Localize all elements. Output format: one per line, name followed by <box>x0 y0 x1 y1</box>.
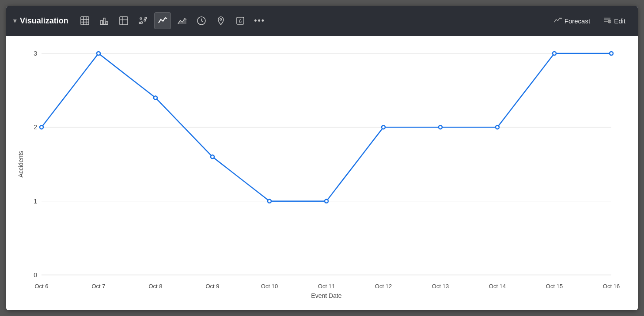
area-chart-icon[interactable] <box>174 12 190 29</box>
svg-text:6: 6 <box>239 19 242 24</box>
svg-point-57 <box>439 125 442 129</box>
svg-point-54 <box>268 199 271 203</box>
svg-text:3: 3 <box>34 50 37 57</box>
svg-text:Oct 15: Oct 15 <box>546 283 563 290</box>
toolbar: ▾ Visualization <box>6 6 638 36</box>
svg-text:Event Date: Event Date <box>311 292 341 299</box>
scatter-icon[interactable] <box>135 12 152 29</box>
svg-point-15 <box>145 17 147 19</box>
more-options-icon[interactable]: ••• <box>251 12 268 29</box>
svg-point-60 <box>610 52 613 55</box>
forecast-label: Forecast <box>564 17 590 25</box>
line-chart: 0123AccidentsOct 6Oct 7Oct 8Oct 9Oct 10O… <box>15 45 625 301</box>
svg-point-53 <box>211 155 214 158</box>
svg-rect-7 <box>106 22 108 25</box>
svg-text:1: 1 <box>34 198 37 205</box>
svg-text:Oct 14: Oct 14 <box>489 283 506 290</box>
svg-text:Oct 16: Oct 16 <box>603 283 620 290</box>
svg-text:2: 2 <box>34 124 37 131</box>
visualization-title: ▾ Visualization <box>13 16 68 26</box>
number-icon[interactable]: 6 <box>232 12 249 29</box>
clock-icon[interactable] <box>193 12 210 29</box>
svg-point-13 <box>144 19 146 21</box>
svg-text:Oct 11: Oct 11 <box>318 283 335 290</box>
edit-label: Edit <box>614 17 625 25</box>
svg-point-16 <box>139 22 141 24</box>
title-label: Visualization <box>20 16 68 26</box>
chart-container: 0123AccidentsOct 6Oct 7Oct 8Oct 9Oct 10O… <box>15 45 625 301</box>
location-icon[interactable] <box>212 12 229 29</box>
main-panel: ▾ Visualization <box>6 6 638 310</box>
chevron-icon[interactable]: ▾ <box>13 17 16 24</box>
svg-text:Oct 12: Oct 12 <box>375 283 392 290</box>
edit-icon <box>603 16 611 26</box>
svg-text:Oct 6: Oct 6 <box>34 283 48 290</box>
svg-text:Oct 10: Oct 10 <box>261 283 278 290</box>
svg-text:Oct 13: Oct 13 <box>432 283 449 290</box>
pivot-table-icon[interactable] <box>115 12 132 29</box>
svg-text:Oct 7: Oct 7 <box>91 283 105 290</box>
svg-point-50 <box>40 125 43 129</box>
svg-text:Oct 9: Oct 9 <box>205 283 219 290</box>
table-icon[interactable] <box>76 12 93 29</box>
svg-rect-5 <box>101 20 102 25</box>
forecast-button[interactable]: Forecast <box>549 13 595 28</box>
svg-marker-17 <box>178 19 186 24</box>
svg-text:Oct 8: Oct 8 <box>148 283 162 290</box>
svg-rect-0 <box>81 17 89 25</box>
line-chart-icon[interactable] <box>154 12 171 29</box>
bar-chart-icon[interactable] <box>96 12 113 29</box>
svg-point-55 <box>325 199 328 203</box>
svg-rect-6 <box>103 18 105 25</box>
edit-button[interactable]: Edit <box>598 13 631 28</box>
svg-point-12 <box>140 18 142 19</box>
svg-point-19 <box>220 19 222 20</box>
svg-point-52 <box>154 96 157 99</box>
svg-text:Accidents: Accidents <box>17 151 24 178</box>
chart-area: 0123AccidentsOct 6Oct 7Oct 8Oct 9Oct 10O… <box>6 36 638 310</box>
svg-text:0: 0 <box>34 271 37 278</box>
svg-rect-9 <box>120 17 128 25</box>
svg-point-59 <box>553 52 556 55</box>
svg-point-56 <box>382 125 385 129</box>
forecast-icon <box>554 16 562 26</box>
svg-point-58 <box>496 125 499 129</box>
svg-point-51 <box>97 52 100 55</box>
